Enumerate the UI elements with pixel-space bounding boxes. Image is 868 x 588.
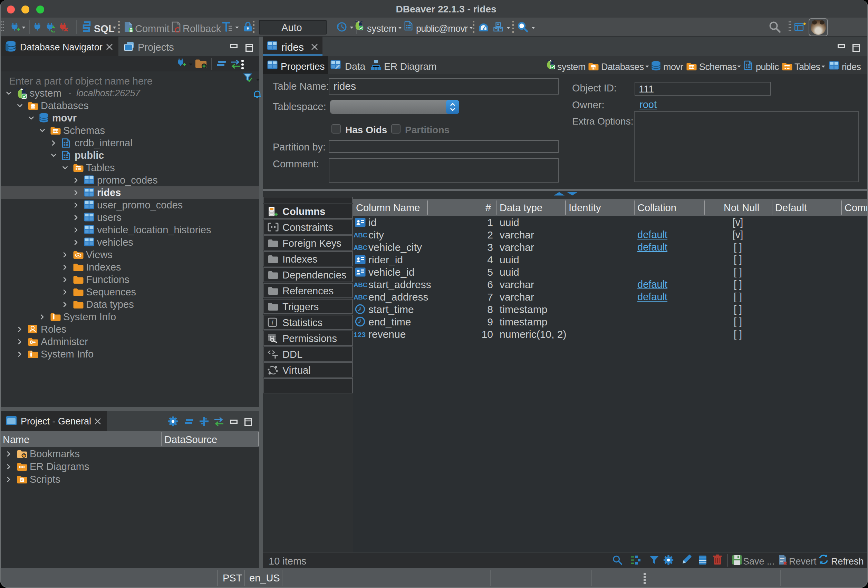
svg-text:i: i xyxy=(272,319,273,326)
